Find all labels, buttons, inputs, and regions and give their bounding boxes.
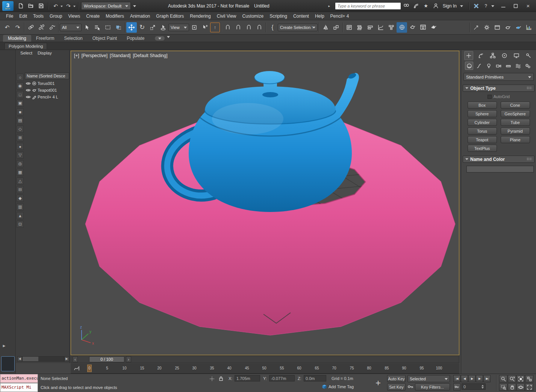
- 3ds-max-logo-icon[interactable]: 3 MAX: [2, 1, 14, 11]
- previous-frame-button[interactable]: [461, 375, 468, 382]
- dock-expand-arrow-icon[interactable]: [2, 343, 7, 349]
- menu-content[interactable]: Content: [290, 13, 312, 20]
- orbit-icon[interactable]: [516, 383, 525, 391]
- set-key-button[interactable]: Set Key: [387, 383, 406, 390]
- utilities-tab-icon[interactable]: [524, 51, 533, 60]
- render-setup-icon[interactable]: [407, 22, 418, 33]
- mirror-icon[interactable]: [320, 22, 331, 33]
- close-button[interactable]: [522, 2, 534, 10]
- new-file-icon[interactable]: [16, 2, 25, 10]
- window-crossing-toggle-icon[interactable]: [113, 22, 124, 33]
- menu-tools[interactable]: Tools: [30, 13, 47, 20]
- list-item[interactable]: Pencil+ 4 L: [25, 94, 69, 100]
- explorer-display-toggle-icon-8[interactable]: [17, 134, 24, 141]
- explorer-display-toggle-icon-15[interactable]: [17, 195, 24, 202]
- explorer-name-column-header[interactable]: Name (Sorted Desce: [25, 73, 69, 79]
- select-and-rotate-icon[interactable]: [137, 22, 147, 33]
- zoom-icon[interactable]: [499, 375, 507, 383]
- explorer-menu-select[interactable]: Select: [18, 51, 35, 56]
- exchange-apps-icon[interactable]: [472, 2, 480, 10]
- zoom-all-icon[interactable]: [508, 375, 516, 383]
- explorer-display-toggle-icon-3[interactable]: [17, 91, 24, 98]
- explorer-display-toggle-icon-12[interactable]: [17, 169, 24, 176]
- selected-filter-dropdown[interactable]: Selected: [407, 375, 450, 382]
- pencil4-toolbar-icon-3[interactable]: [492, 22, 503, 33]
- ribbon-options-caret-icon[interactable]: [167, 36, 170, 39]
- scroll-right-icon[interactable]: [64, 356, 69, 362]
- plane-button[interactable]: Plane: [501, 136, 530, 143]
- help-caret-icon[interactable]: [491, 5, 494, 9]
- pan-hand-icon[interactable]: [508, 383, 516, 391]
- explorer-display-toggle-icon-17[interactable]: [17, 212, 24, 219]
- selection-lock-icon[interactable]: [218, 375, 224, 381]
- plus-button[interactable]: [372, 375, 384, 390]
- ribbon-tab-selection[interactable]: Selection: [59, 35, 87, 42]
- menu-edit[interactable]: Edit: [16, 13, 30, 20]
- menu-modifiers[interactable]: Modifiers: [103, 13, 127, 20]
- pyramid-button[interactable]: Pyramid: [501, 127, 530, 135]
- percent-snap-toggle-icon[interactable]: [244, 22, 254, 33]
- explorer-display-toggle-icon-6[interactable]: [17, 117, 24, 124]
- ribbon-tab-populate[interactable]: Populate: [122, 35, 149, 42]
- sign-in-button[interactable]: Sign In: [441, 3, 458, 9]
- menu-civil-view[interactable]: Civil View: [214, 13, 239, 20]
- motion-tab-icon[interactable]: [500, 51, 509, 60]
- render-production-icon[interactable]: [428, 22, 439, 33]
- z-coordinate-field[interactable]: 0.0m: [304, 375, 326, 381]
- helpers-category-icon[interactable]: [504, 62, 513, 70]
- explorer-display-toggle-icon-2[interactable]: [17, 82, 24, 89]
- select-and-scale-icon[interactable]: [147, 22, 158, 33]
- named-selection-sets-dropdown[interactable]: Create Selection Se: [278, 24, 318, 31]
- perspective-viewport[interactable]: [+] [Perspective] [Standard] [Default Sh…: [71, 51, 459, 355]
- explorer-display-toggle-icon-7[interactable]: [17, 126, 24, 133]
- menu-scripting[interactable]: Scripting: [266, 13, 290, 20]
- next-frame-icon[interactable]: [126, 356, 131, 362]
- select-object-icon[interactable]: [82, 22, 92, 33]
- redo-flyout-caret-icon[interactable]: [73, 6, 76, 8]
- object-type-rollout-header[interactable]: Object Type: [463, 85, 534, 92]
- maximize-button[interactable]: [510, 2, 521, 10]
- next-frame-button[interactable]: [476, 375, 483, 382]
- explorer-h-scrollbar[interactable]: [17, 356, 69, 362]
- box-button[interactable]: Box: [468, 101, 497, 109]
- undo-icon[interactable]: [51, 2, 60, 10]
- rendered-frame-window-icon[interactable]: [418, 22, 428, 33]
- menu-graph-editors[interactable]: Graph Editors: [153, 13, 187, 20]
- schematic-view-icon[interactable]: [386, 22, 397, 33]
- select-by-name-icon[interactable]: [92, 22, 103, 33]
- cone-button[interactable]: Cone: [501, 101, 530, 109]
- toggle-layer-explorer-icon[interactable]: [354, 22, 365, 33]
- lights-category-icon[interactable]: [485, 62, 493, 70]
- modify-tab-icon[interactable]: [476, 51, 485, 60]
- undo-scene-icon[interactable]: [2, 22, 12, 33]
- key-mode-toggle-icon[interactable]: [453, 383, 460, 390]
- workspace-dropdown[interactable]: Workspace: Default: [81, 2, 131, 10]
- explorer-display-toggle-icon-1[interactable]: [17, 74, 24, 81]
- scrollbar-thumb[interactable]: [23, 357, 38, 361]
- y-coordinate-field[interactable]: -0.077m: [269, 375, 295, 381]
- systems-category-icon[interactable]: [524, 62, 532, 70]
- curve-editor-icon[interactable]: [376, 22, 386, 33]
- menu-pencil4[interactable]: Pencil+ 4: [327, 13, 352, 20]
- ribbon-tab-object-paint[interactable]: Object Paint: [88, 35, 122, 42]
- go-to-start-button[interactable]: [453, 375, 460, 382]
- workspace-flyout-caret-icon[interactable]: [132, 2, 137, 10]
- help-icon[interactable]: [481, 2, 490, 10]
- explorer-menu-display[interactable]: Display: [35, 51, 54, 56]
- pencil4-toolbar-icon-6[interactable]: [524, 22, 534, 33]
- cameras-category-icon[interactable]: [494, 62, 503, 70]
- open-file-icon[interactable]: [26, 2, 35, 10]
- menu-views[interactable]: Views: [65, 13, 83, 20]
- material-editor-icon[interactable]: [397, 22, 407, 33]
- select-and-place-icon[interactable]: [158, 22, 168, 33]
- list-item[interactable]: Torus001: [25, 80, 69, 87]
- menu-create[interactable]: Create: [83, 13, 103, 20]
- explorer-display-toggle-icon-9[interactable]: [17, 143, 24, 150]
- select-and-link-icon[interactable]: [26, 22, 36, 33]
- select-and-manipulate-icon[interactable]: [200, 22, 210, 33]
- frame-spinner[interactable]: [481, 384, 484, 390]
- current-frame-field[interactable]: 0: [462, 383, 486, 390]
- scrollbar-track[interactable]: [22, 356, 64, 362]
- save-file-icon[interactable]: [36, 2, 45, 10]
- key-icon[interactable]: [407, 384, 413, 389]
